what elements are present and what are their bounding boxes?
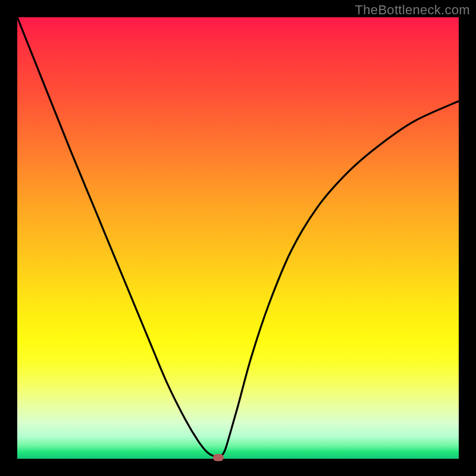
chart-plot-area [17, 17, 459, 459]
watermark-text: TheBottleneck.com [355, 2, 470, 18]
minimum-point-marker [213, 454, 224, 461]
bottleneck-curve [17, 17, 459, 459]
